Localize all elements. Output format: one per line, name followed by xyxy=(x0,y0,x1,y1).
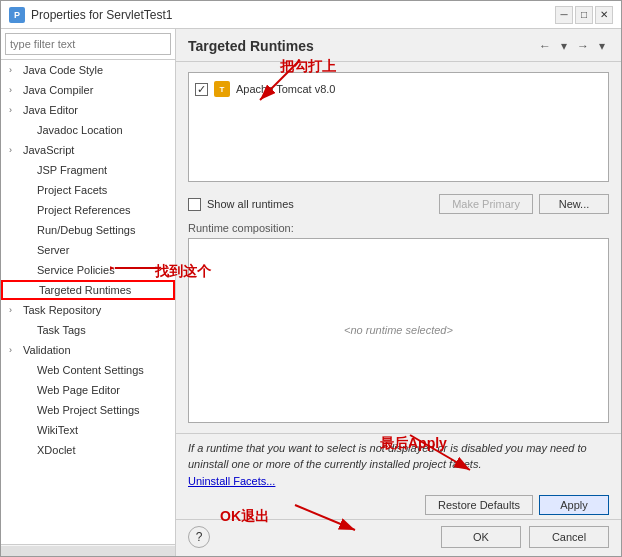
sidebar-item-label: JavaScript xyxy=(23,144,74,156)
runtime-buttons: Make Primary New... xyxy=(439,194,609,214)
composition-section: Runtime composition: <no runtime selecte… xyxy=(188,222,609,423)
panel-header: Targeted Runtimes ← ▾ → ▾ xyxy=(176,29,621,62)
sidebar: ›Java Code Style›Java Compiler›Java Edit… xyxy=(1,29,176,556)
expand-arrow-icon: › xyxy=(9,145,19,155)
sidebar-item-service-policies[interactable]: Service Policies xyxy=(1,260,175,280)
info-box: If a runtime that you want to select is … xyxy=(176,434,621,492)
sidebar-item-project-facets[interactable]: Project Facets xyxy=(1,180,175,200)
sidebar-item-jsp-fragment[interactable]: JSP Fragment xyxy=(1,160,175,180)
nav-dropdown-button[interactable]: ▾ xyxy=(557,37,571,55)
runtime-name: Apache Tomcat v8.0 xyxy=(236,83,335,95)
sidebar-item-javadoc-location[interactable]: Javadoc Location xyxy=(1,120,175,140)
sidebar-item-java-compiler[interactable]: ›Java Compiler xyxy=(1,80,175,100)
search-box xyxy=(1,29,175,60)
apply-row: Restore Defaults Apply xyxy=(176,491,621,519)
sidebar-horizontal-scrollbar[interactable] xyxy=(1,544,175,556)
sidebar-item-label: Task Repository xyxy=(23,304,101,316)
panel-body: T Apache Tomcat v8.0 Show all runtimes M… xyxy=(176,62,621,433)
window-icon: P xyxy=(9,7,25,23)
minimize-button[interactable]: ─ xyxy=(555,6,573,24)
sidebar-item-java-code-style[interactable]: ›Java Code Style xyxy=(1,60,175,80)
properties-window: P Properties for ServletTest1 ─ □ ✕ ›Jav… xyxy=(0,0,622,557)
sidebar-item-label: Javadoc Location xyxy=(37,124,123,136)
ok-button[interactable]: OK xyxy=(441,526,521,548)
sidebar-item-label: Server xyxy=(37,244,69,256)
sidebar-item-task-repository[interactable]: ›Task Repository xyxy=(1,300,175,320)
info-text: If a runtime that you want to select is … xyxy=(188,442,587,471)
help-button[interactable]: ? xyxy=(188,526,210,548)
runtime-item: T Apache Tomcat v8.0 xyxy=(195,79,602,99)
show-all-row: Show all runtimes xyxy=(188,198,294,211)
sidebar-item-web-content-settings[interactable]: Web Content Settings xyxy=(1,360,175,380)
sidebar-item-web-project-settings[interactable]: Web Project Settings xyxy=(1,400,175,420)
runtime-list-box: T Apache Tomcat v8.0 xyxy=(188,72,609,182)
expand-arrow-icon: › xyxy=(9,345,19,355)
sidebar-item-label: Web Project Settings xyxy=(37,404,140,416)
sidebar-item-wikitext[interactable]: WikiText xyxy=(1,420,175,440)
runtime-icon: T xyxy=(214,81,230,97)
apply-button[interactable]: Apply xyxy=(539,495,609,515)
maximize-button[interactable]: □ xyxy=(575,6,593,24)
right-panel: Targeted Runtimes ← ▾ → ▾ T Apac xyxy=(176,29,621,519)
sidebar-item-label: Project Facets xyxy=(37,184,107,196)
sidebar-item-web-page-editor[interactable]: Web Page Editor xyxy=(1,380,175,400)
sidebar-item-validation[interactable]: ›Validation xyxy=(1,340,175,360)
new-button[interactable]: New... xyxy=(539,194,609,214)
sidebar-item-label: Java Editor xyxy=(23,104,78,116)
expand-arrow-icon: › xyxy=(9,85,19,95)
composition-box: <no runtime selected> xyxy=(188,238,609,423)
sidebar-item-label: Project References xyxy=(37,204,131,216)
close-button[interactable]: ✕ xyxy=(595,6,613,24)
expand-arrow-icon: › xyxy=(9,65,19,75)
sidebar-item-label: Web Page Editor xyxy=(37,384,120,396)
expand-arrow-icon: › xyxy=(9,305,19,315)
window-title: Properties for ServletTest1 xyxy=(31,8,172,22)
sidebar-item-targeted-runtimes[interactable]: Targeted Runtimes xyxy=(1,280,175,300)
sidebar-item-javascript[interactable]: ›JavaScript xyxy=(1,140,175,160)
main-content: ›Java Code Style›Java Compiler›Java Edit… xyxy=(1,29,621,556)
sidebar-item-server[interactable]: Server xyxy=(1,240,175,260)
make-primary-button[interactable]: Make Primary xyxy=(439,194,533,214)
no-runtime-text: <no runtime selected> xyxy=(344,324,453,336)
show-all-and-buttons: Show all runtimes Make Primary New... xyxy=(188,190,609,214)
cancel-button[interactable]: Cancel xyxy=(529,526,609,548)
right-panel-wrapper: Targeted Runtimes ← ▾ → ▾ T Apac xyxy=(176,29,621,556)
panel-title: Targeted Runtimes xyxy=(188,38,314,54)
sidebar-item-label: Targeted Runtimes xyxy=(39,284,131,296)
sidebar-item-label: Java Compiler xyxy=(23,84,93,96)
sidebar-item-project-references[interactable]: Project References xyxy=(1,200,175,220)
sidebar-item-label: JSP Fragment xyxy=(37,164,107,176)
sidebar-item-label: Service Policies xyxy=(37,264,115,276)
nav-arrows: ← ▾ → ▾ xyxy=(535,37,609,55)
sidebar-item-label: Web Content Settings xyxy=(37,364,144,376)
restore-defaults-button[interactable]: Restore Defaults xyxy=(425,495,533,515)
title-bar: P Properties for ServletTest1 ─ □ ✕ xyxy=(1,1,621,29)
sidebar-item-run/debug-settings[interactable]: Run/Debug Settings xyxy=(1,220,175,240)
sidebar-item-label: Validation xyxy=(23,344,71,356)
title-bar-left: P Properties for ServletTest1 xyxy=(9,7,172,23)
ok-cancel-row: ? OK Cancel xyxy=(176,519,621,556)
sidebar-item-java-editor[interactable]: ›Java Editor xyxy=(1,100,175,120)
sidebar-item-label: Java Code Style xyxy=(23,64,103,76)
sidebar-item-label: XDoclet xyxy=(37,444,76,456)
bottom-area: If a runtime that you want to select is … xyxy=(176,433,621,520)
nav-forward-dropdown-button[interactable]: ▾ xyxy=(595,37,609,55)
composition-label: Runtime composition: xyxy=(188,222,609,234)
runtime-checkbox[interactable] xyxy=(195,83,208,96)
sidebar-scroll-area[interactable]: ›Java Code Style›Java Compiler›Java Edit… xyxy=(1,60,175,544)
sidebar-item-label: Run/Debug Settings xyxy=(37,224,135,236)
sidebar-item-xdoclet[interactable]: XDoclet xyxy=(1,440,175,460)
show-all-checkbox[interactable] xyxy=(188,198,201,211)
window-controls: ─ □ ✕ xyxy=(555,6,613,24)
show-all-label: Show all runtimes xyxy=(207,198,294,210)
nav-forward-button[interactable]: → xyxy=(573,37,593,55)
sidebar-item-task-tags[interactable]: Task Tags xyxy=(1,320,175,340)
sidebar-item-label: WikiText xyxy=(37,424,78,436)
nav-back-button[interactable]: ← xyxy=(535,37,555,55)
uninstall-facets-link[interactable]: Uninstall Facets... xyxy=(188,475,275,487)
search-input[interactable] xyxy=(5,33,171,55)
expand-arrow-icon: › xyxy=(9,105,19,115)
sidebar-item-label: Task Tags xyxy=(37,324,86,336)
